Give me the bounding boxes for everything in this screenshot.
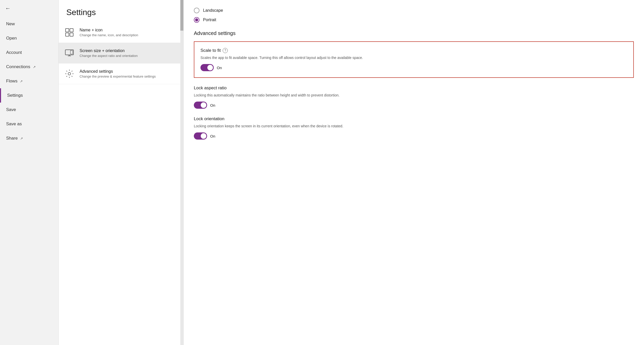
lock-orientation-title: Lock orientation xyxy=(194,116,634,121)
svg-rect-3 xyxy=(70,33,73,36)
sidebar-item-label-share: Share xyxy=(6,136,18,141)
scale-to-fit-toggle-label: On xyxy=(217,66,222,70)
advanced-settings-title: Advanced settings xyxy=(194,30,634,36)
settings-menu-item-advanced[interactable]: Advanced settingsChange the preview & ex… xyxy=(59,64,183,84)
scrollbar[interactable] xyxy=(180,0,183,345)
lock-aspect-ratio-toggle[interactable] xyxy=(194,102,207,109)
lock-orientation-toggle-label: On xyxy=(210,134,215,138)
landscape-radio-circle xyxy=(194,8,199,13)
svg-rect-2 xyxy=(66,33,69,36)
sidebar-item-new[interactable]: New xyxy=(0,17,58,31)
svg-rect-1 xyxy=(70,29,73,32)
sidebar-item-label-account: Account xyxy=(6,50,22,55)
settings-menu-text-advanced: Advanced settingsChange the preview & ex… xyxy=(80,69,156,78)
portrait-radio-circle xyxy=(194,17,199,23)
settings-menu-item-name-icon[interactable]: Name + iconChange the name, icon, and de… xyxy=(59,22,183,43)
scale-to-fit-title-row: Scale to fit ? xyxy=(200,48,627,53)
sidebar-item-connections[interactable]: Connections↗ xyxy=(0,60,58,74)
scrollbar-thumb[interactable] xyxy=(180,0,183,31)
content-panel: Landscape Portrait Advanced settings Sca… xyxy=(184,0,644,345)
sidebar-item-save[interactable]: Save xyxy=(0,103,58,117)
back-button[interactable]: ← xyxy=(0,0,58,14)
lock-aspect-ratio-toggle-row: On xyxy=(194,102,634,109)
scale-to-fit-toggle-row: On xyxy=(200,64,627,71)
portrait-radio-dot xyxy=(195,18,198,21)
lock-orientation-toggle-row: On xyxy=(194,132,634,140)
lock-orientation-knob xyxy=(201,133,206,139)
settings-menu-subtitle-screen-size: Change the aspect ratio and orientation xyxy=(80,54,138,58)
sidebar-item-label-open: Open xyxy=(6,36,17,41)
scale-to-fit-help-icon[interactable]: ? xyxy=(223,48,228,53)
sidebar-item-label-settings: Settings xyxy=(7,93,23,98)
sidebar-item-settings[interactable]: Settings xyxy=(0,88,58,103)
orientation-section: Landscape Portrait xyxy=(194,8,634,23)
settings-menu-title-screen-size: Screen size + orientation xyxy=(80,48,138,53)
sidebar-item-flows[interactable]: Flows↗ xyxy=(0,74,58,88)
settings-menu-subtitle-name-icon: Change the name, icon, and description xyxy=(80,33,138,37)
portrait-radio[interactable]: Portrait xyxy=(194,17,634,23)
landscape-label: Landscape xyxy=(203,8,223,13)
sidebar-item-open[interactable]: Open xyxy=(0,31,58,45)
lock-orientation-section: Lock orientation Locking orientation kee… xyxy=(194,116,634,140)
lock-aspect-ratio-knob xyxy=(201,102,206,108)
svg-rect-7 xyxy=(70,51,73,54)
settings-menu-item-screen-size[interactable]: Screen size + orientationChange the aspe… xyxy=(59,43,183,64)
sidebar-item-label-connections: Connections xyxy=(6,64,30,69)
sidebar-item-account[interactable]: Account xyxy=(0,45,58,60)
scale-to-fit-card: Scale to fit ? Scales the app to fit ava… xyxy=(194,41,634,78)
settings-menu-title-advanced: Advanced settings xyxy=(80,69,156,74)
sidebar-item-label-save-as: Save as xyxy=(6,121,22,127)
orientation-radio-group: Landscape Portrait xyxy=(194,8,634,23)
portrait-label: Portrait xyxy=(203,18,216,22)
scale-to-fit-description: Scales the app to fit available space. T… xyxy=(200,55,364,60)
settings-menu-subtitle-advanced: Change the preview & experimental featur… xyxy=(80,75,156,78)
lock-orientation-toggle[interactable] xyxy=(194,132,207,140)
lock-aspect-ratio-label: Lock aspect ratio xyxy=(194,85,227,91)
sidebar-item-share[interactable]: Share↗ xyxy=(0,131,58,145)
sidebar-item-save-as[interactable]: Save as xyxy=(0,117,58,131)
scale-to-fit-knob xyxy=(207,65,213,70)
landscape-radio[interactable]: Landscape xyxy=(194,8,634,13)
external-link-icon-flows: ↗ xyxy=(20,79,23,83)
lock-aspect-ratio-section: Lock aspect ratio Locking this automatic… xyxy=(194,85,634,109)
external-link-icon-connections: ↗ xyxy=(33,65,36,69)
scale-to-fit-label: Scale to fit xyxy=(200,48,221,53)
settings-menu-icon-advanced xyxy=(64,68,75,79)
sidebar-item-label-new: New xyxy=(6,21,15,27)
lock-orientation-label: Lock orientation xyxy=(194,116,224,121)
svg-point-8 xyxy=(68,72,71,75)
settings-menu-title-name-icon: Name + icon xyxy=(80,28,138,32)
sidebar-item-label-save: Save xyxy=(6,107,16,112)
sidebar-item-label-flows: Flows xyxy=(6,79,17,84)
lock-aspect-ratio-toggle-label: On xyxy=(210,103,215,107)
settings-menu-icon-name-icon xyxy=(64,27,75,38)
sidebar: ← NewOpenAccountConnections↗Flows↗Settin… xyxy=(0,0,59,345)
page-title: Settings xyxy=(59,0,183,22)
lock-aspect-ratio-title: Lock aspect ratio xyxy=(194,85,634,91)
lock-orientation-desc: Locking orientation keeps the screen in … xyxy=(194,124,357,129)
scale-to-fit-toggle[interactable] xyxy=(200,64,214,71)
settings-menu-text-name-icon: Name + iconChange the name, icon, and de… xyxy=(80,28,138,37)
sidebar-nav: NewOpenAccountConnections↗Flows↗Settings… xyxy=(0,14,58,345)
settings-menu-text-screen-size: Screen size + orientationChange the aspe… xyxy=(80,48,138,58)
lock-aspect-ratio-desc: Locking this automatically maintains the… xyxy=(194,93,357,98)
external-link-icon-share: ↗ xyxy=(20,137,23,140)
settings-menu: Name + iconChange the name, icon, and de… xyxy=(59,22,183,84)
svg-rect-0 xyxy=(66,29,69,32)
settings-menu-icon-screen-size xyxy=(64,47,75,59)
settings-panel: Settings Name + iconChange the name, ico… xyxy=(59,0,184,345)
